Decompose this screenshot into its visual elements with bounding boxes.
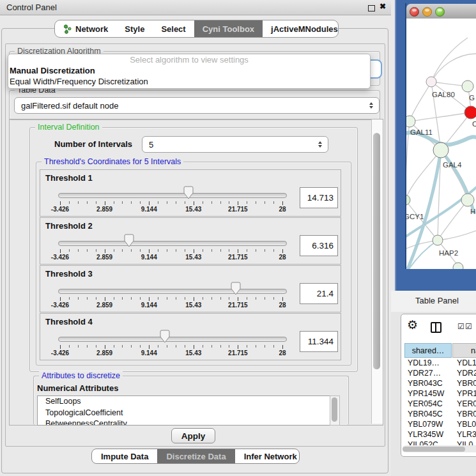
table-row[interactable]: YBR045CYBR0 — [401, 409, 476, 419]
tab-style[interactable]: Style — [116, 20, 153, 37]
table-row[interactable]: YDL19…YDL1 — [401, 358, 476, 368]
tab-impute-data[interactable]: Impute Data — [92, 449, 157, 463]
tab-infer-network-label: Infer Network — [244, 452, 297, 461]
node-highlighted-red[interactable] — [464, 106, 476, 119]
dropdown-placeholder: Select algorithm to view settings — [8, 54, 370, 65]
threshold-2-box: Threshold 2 -3.4262.8599.14415.4321.7152… — [40, 217, 341, 265]
tab-network[interactable]: Network — [55, 20, 116, 37]
apply-button[interactable]: Apply — [171, 428, 215, 443]
panel-title: Control Panel — [6, 3, 57, 12]
zoom-traffic-light[interactable] — [435, 7, 445, 17]
node-table: ⚙ ☑ ☑ shared… na YDL19…YDL1 YDR27…YDR2 Y… — [401, 314, 476, 457]
network-icon — [63, 24, 72, 34]
tab-discretize-data-label: Discretize Data — [166, 452, 226, 461]
table-data-combobox[interactable]: galFiltered.sif default node — [14, 97, 380, 114]
node-label: GAL11 — [410, 128, 433, 136]
threshold-2-value-field[interactable]: 6.316 — [300, 235, 338, 256]
node-gal11[interactable] — [406, 116, 415, 127]
checkbox-icon[interactable]: ☑ — [457, 323, 464, 330]
table-row[interactable]: YBR043CYBR0 — [401, 378, 476, 388]
threshold-2-slider-thumb[interactable] — [123, 233, 135, 249]
horizontal-scrollbar-thumb[interactable] — [403, 447, 465, 452]
node-label: GCY1 — [406, 213, 424, 220]
close-icon[interactable]: ✖ — [380, 2, 386, 11]
float-window-icon[interactable] — [368, 5, 375, 12]
algorithm-dropdown-popup: Select algorithm to view settings Manual… — [8, 54, 371, 89]
node-partial-top-right[interactable] — [462, 81, 473, 92]
slider-axis: -3.4262.8599.14415.4321.71528 — [40, 266, 341, 312]
tab-discretize-data[interactable]: Discretize Data — [157, 449, 234, 463]
column-header-name[interactable]: na — [452, 343, 476, 358]
tab-jactivemnodules[interactable]: jActiveMNodules — [263, 20, 339, 37]
node-hap2[interactable] — [433, 235, 443, 245]
num-intervals-value: 5 — [149, 140, 153, 150]
threshold-1-box: Threshold 1 -3.4262.8599.14415.4321.7152… — [40, 169, 341, 217]
threshold-4-slider-thumb[interactable] — [159, 329, 171, 344]
table-row[interactable]: YPR145WYPR1 — [401, 388, 476, 399]
checkbox-icon[interactable]: ☑ — [465, 323, 472, 330]
vertical-scrollbar-thumb[interactable] — [373, 133, 380, 369]
list-item[interactable]: SelfLoops — [38, 396, 330, 408]
threshold-1-value-field[interactable]: 14.713 — [300, 187, 338, 208]
slider-axis: -3.4262.8599.14415.4321.71528 — [40, 218, 341, 264]
node-partial-bottom[interactable] — [453, 263, 463, 269]
dropdown-option-equal-width[interactable]: Equal Width/Frequency Discretization — [8, 76, 370, 87]
list-scrollbar-thumb[interactable] — [332, 397, 337, 422]
threshold-4-value-field[interactable]: 11.344 — [300, 331, 338, 352]
node-gal4[interactable] — [433, 142, 449, 158]
tab-cyni-toolbox[interactable]: Cyni Toolbox — [194, 20, 263, 37]
table-data-value: galFiltered.sif default node — [21, 101, 118, 111]
node-label: HAP2 — [439, 249, 458, 257]
slider-axis: -3.4262.8599.14415.4321.71528 — [40, 314, 341, 360]
numerical-attributes-label: Numerical Attributes — [37, 383, 118, 393]
table-rows: YDL19…YDL1 YDR27…YDR2 YBR043CYBR0 YPR145… — [401, 358, 476, 446]
network-window-titlebar[interactable] — [406, 4, 476, 19]
node-label-partial: G — [469, 94, 475, 102]
tab-select-label: Select — [161, 24, 185, 34]
tab-cyni-toolbox-label: Cyni Toolbox — [203, 24, 254, 34]
threshold-3-box: Threshold 3 -3.4262.8599.14415.4321.7152… — [40, 265, 341, 312]
tab-select[interactable]: Select — [153, 20, 194, 37]
tab-network-label: Network — [75, 24, 108, 34]
node-partial-right[interactable] — [461, 194, 474, 206]
node-label-partial: H — [470, 208, 475, 215]
tab-style-label: Style — [125, 24, 144, 34]
control-panel-titlebar — [0, 0, 391, 15]
node-label-partial: C — [472, 120, 476, 128]
column-header-shared-name[interactable]: shared… — [404, 343, 452, 358]
node-label: GAL80 — [432, 91, 455, 98]
list-item[interactable]: TopologicalCoefficient — [38, 408, 330, 419]
threshold-3-slider-thumb[interactable] — [230, 281, 242, 296]
table-row[interactable]: YBL079WYBL0 — [401, 419, 476, 429]
num-intervals-label: Number of Intervals — [54, 139, 132, 149]
tab-impute-data-label: Impute Data — [101, 452, 148, 461]
table-panel-title: Table Panel — [415, 296, 459, 305]
threshold-3-value-field[interactable]: 21.4 — [300, 283, 338, 304]
threshold-4-box: Threshold 4 -3.4262.8599.14415.4321.7152… — [40, 313, 341, 360]
tab-jactivemnodules-label: jActiveMNodules — [271, 24, 338, 34]
table-row[interactable]: YLR345WYLR3 — [401, 429, 476, 440]
gear-icon[interactable]: ⚙ — [407, 319, 418, 331]
network-graph: GAL80 G C GAL11 GAL4 GCY1 H HAP2 — [406, 19, 476, 269]
node-gal80[interactable] — [426, 77, 436, 87]
list-item[interactable]: BetweennessCentrality — [38, 418, 330, 426]
columns-icon[interactable] — [431, 322, 441, 333]
node-label: GAL4 — [443, 161, 462, 169]
tab-infer-network[interactable]: Infer Network — [235, 449, 300, 463]
apply-button-label: Apply — [181, 431, 206, 441]
table-row[interactable]: YER054CYER0 — [401, 399, 476, 409]
minimize-traffic-light[interactable] — [422, 7, 432, 17]
thresholds-group-title: Threshold's Coordinates for 5 Intervals — [42, 157, 183, 166]
close-traffic-light[interactable] — [410, 7, 419, 17]
dropdown-option-manual[interactable]: Manual Discretization — [8, 65, 370, 76]
threshold-1-slider-thumb[interactable] — [183, 185, 194, 201]
numerical-attributes-list[interactable]: SelfLoops TopologicalCoefficient Between… — [37, 395, 331, 426]
mode-tabbar: Impute Data Discretize Data Infer Networ… — [91, 449, 300, 464]
interval-definition-title: Interval Definition — [35, 123, 102, 132]
node-gcy1[interactable] — [406, 195, 410, 205]
network-canvas[interactable]: GAL80 G C GAL11 GAL4 GCY1 H HAP2 — [406, 19, 476, 269]
num-intervals-combobox[interactable]: 5 — [142, 136, 328, 153]
table-row[interactable]: YDR27…YDR2 — [401, 368, 476, 378]
attributes-group-title: Attributes to discretize — [39, 371, 123, 380]
top-tabbar: Network Style Select Cyni Toolbox jActiv… — [54, 20, 339, 38]
